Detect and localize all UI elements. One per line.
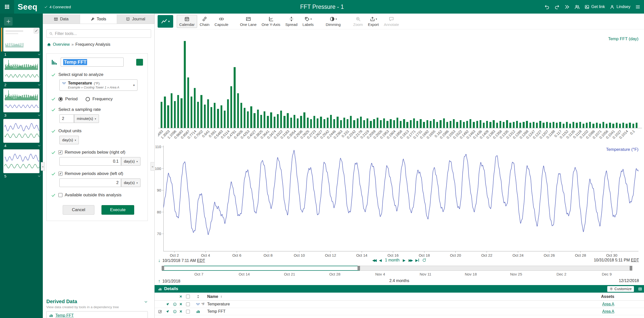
step-forward-full-button[interactable]: ▶▶ xyxy=(409,258,412,262)
toolbar-button-one-lane[interactable]: One Lane xyxy=(237,15,259,28)
remove-above-input[interactable] xyxy=(59,178,121,187)
remove-item-icon[interactable]: × xyxy=(180,309,186,314)
bar-chart-icon xyxy=(49,313,53,317)
execute-button[interactable]: Execute xyxy=(101,205,134,215)
fft-series-label[interactable]: Temp FFT (day) xyxy=(608,36,638,41)
worksheet-thumbnail[interactable] xyxy=(3,119,40,143)
derived-data-item[interactable]: Temp FFT xyxy=(46,311,148,318)
chevron-down-icon[interactable] xyxy=(38,83,41,86)
sort-name-icon[interactable] xyxy=(220,295,223,298)
pin-item-icon[interactable] xyxy=(166,310,173,313)
derived-collapse-icon[interactable] xyxy=(144,299,148,304)
remove-below-units-dropdown[interactable]: day(s) ▾ xyxy=(121,157,140,166)
item-asset-link[interactable]: Area A xyxy=(602,309,644,314)
tab-data[interactable]: Data xyxy=(43,14,80,24)
remove-below-input[interactable] xyxy=(59,157,121,166)
range-end-timezone-link[interactable]: EDT xyxy=(631,258,639,262)
redo-button[interactable] xyxy=(554,4,560,10)
worksheet-thumbnail[interactable] xyxy=(3,149,40,173)
derived-item-link[interactable]: Temp FFT xyxy=(55,313,74,318)
temperature-chart-lane[interactable]: Temperature (°F) 708090100110Oct 2Oct 4O… xyxy=(155,145,644,258)
tab-tools[interactable]: Tools xyxy=(80,14,117,24)
range-duration-button[interactable]: 1 month xyxy=(385,258,400,262)
app-switcher-button[interactable] xyxy=(0,0,14,14)
toolbar-button-spread[interactable]: Spread xyxy=(283,15,300,28)
step-back-full-button[interactable]: ◀◀ xyxy=(372,258,376,262)
step-forward-half-button[interactable]: ▶ xyxy=(403,258,405,262)
sampling-units-dropdown[interactable]: minute(s) ▾ xyxy=(74,114,99,123)
timeline-selection[interactable] xyxy=(162,266,360,271)
chevron-down-icon[interactable] xyxy=(38,53,41,56)
range-start-timezone-link[interactable]: EDT xyxy=(197,258,205,263)
edit-worksheet-icon[interactable] xyxy=(34,28,39,33)
chevron-down-icon[interactable] xyxy=(38,174,41,178)
checkbox[interactable] xyxy=(186,302,190,306)
step-back-half-button[interactable]: ◀ xyxy=(379,258,382,262)
item-checkbox[interactable] xyxy=(186,302,196,306)
worksheet-thumbnail[interactable] xyxy=(3,88,40,112)
available-outside-checkbox[interactable] xyxy=(58,193,62,197)
fft-chart-lane[interactable]: Temp FFT (day) 1.56931.30031.10960.96830… xyxy=(155,29,644,145)
toolbar-button-capsule[interactable]: Capsule xyxy=(212,15,231,28)
selection-start-handle[interactable] xyxy=(162,266,164,270)
trend-view-button[interactable]: ▾ xyxy=(158,15,173,28)
collapse-worksheet-panel-button[interactable]: « xyxy=(41,162,45,171)
toolbar-button-one-y-axis[interactable]: One Y-Axis xyxy=(259,15,283,28)
worksheet-thumbnail[interactable] xyxy=(3,58,40,82)
customize-button[interactable]: Customize xyxy=(607,286,634,292)
cancel-button[interactable]: Cancel xyxy=(63,205,94,215)
connection-status[interactable]: 4 Connected xyxy=(44,5,71,9)
name-column-header[interactable]: Name xyxy=(207,294,218,299)
checkbox[interactable] xyxy=(186,295,190,298)
remove-above-checkbox[interactable] xyxy=(58,172,62,176)
tool-name-input[interactable]: Temp FFT xyxy=(61,58,124,67)
tab-journal[interactable]: Journal xyxy=(117,14,154,24)
table-view-icon[interactable] xyxy=(638,287,642,291)
edit-item-icon[interactable] xyxy=(158,309,166,313)
remove-all-button[interactable]: × xyxy=(180,294,186,299)
item-info-icon[interactable] xyxy=(173,310,180,313)
frequency-radio[interactable] xyxy=(86,97,90,101)
remove-item-icon[interactable]: × xyxy=(180,302,186,307)
collapse-tools-panel-button[interactable]: « xyxy=(151,162,155,171)
output-units-dropdown[interactable]: day(s) ▾ xyxy=(59,136,79,144)
toolbar-button-dimming[interactable]: ▾Dimming xyxy=(323,15,343,28)
user-menu-button[interactable]: Lindsey xyxy=(610,5,630,9)
toolbar-button-calendar[interactable]: Calendar xyxy=(177,15,197,28)
hamburger-menu-button[interactable] xyxy=(635,4,640,10)
filter-tools-input[interactable] xyxy=(55,31,148,36)
item-info-icon[interactable] xyxy=(173,302,180,306)
timeline-end-handle[interactable] xyxy=(630,266,632,270)
pin-item-icon[interactable] xyxy=(166,302,173,306)
collaborators-button[interactable] xyxy=(575,4,580,10)
filter-tools-search[interactable] xyxy=(46,29,151,38)
toolbar-button-export[interactable]: ▾Export xyxy=(365,15,381,28)
breadcrumb-overview-link[interactable]: Overview xyxy=(53,42,70,47)
undo-button[interactable] xyxy=(544,4,550,10)
item-asset-link[interactable]: Area A xyxy=(602,302,644,306)
fast-forward-icon[interactable] xyxy=(564,4,570,10)
color-swatch-button[interactable] xyxy=(136,59,143,66)
temperature-series-label[interactable]: Temperature (°F) xyxy=(606,147,638,152)
sort-type-icon[interactable] xyxy=(196,295,200,299)
toolbar-button-labels[interactable]: ▾Labels xyxy=(300,15,316,28)
signal-select-dropdown[interactable]: Temperature (°F) Example » Cooling Tower… xyxy=(59,79,137,91)
chevron-down-icon[interactable] xyxy=(38,114,41,117)
selection-end-handle[interactable] xyxy=(357,266,360,270)
sampling-rate-input[interactable] xyxy=(59,114,74,123)
remove-below-checkbox[interactable] xyxy=(58,150,62,154)
home-icon[interactable] xyxy=(47,42,51,47)
auto-update-button[interactable] xyxy=(422,258,426,262)
add-worksheet-button[interactable] xyxy=(4,17,13,26)
period-radio[interactable] xyxy=(58,97,63,101)
get-link-button[interactable]: Get link xyxy=(585,5,605,9)
timeline-track[interactable]: Oct 7Oct 14Oct 21Oct 28Nov 4Nov 11Nov 18… xyxy=(162,266,632,271)
item-checkbox[interactable] xyxy=(186,310,196,313)
remove-above-units-dropdown[interactable]: day(s) ▾ xyxy=(121,178,140,187)
toolbar-button-chain[interactable]: Chain xyxy=(197,15,212,28)
worksheet-thumbnail[interactable] xyxy=(3,28,40,52)
chevron-down-icon[interactable] xyxy=(38,144,41,147)
select-all-checkbox[interactable] xyxy=(186,295,196,298)
checkbox[interactable] xyxy=(186,310,190,313)
step-to-now-button[interactable]: ▶ xyxy=(415,258,419,262)
